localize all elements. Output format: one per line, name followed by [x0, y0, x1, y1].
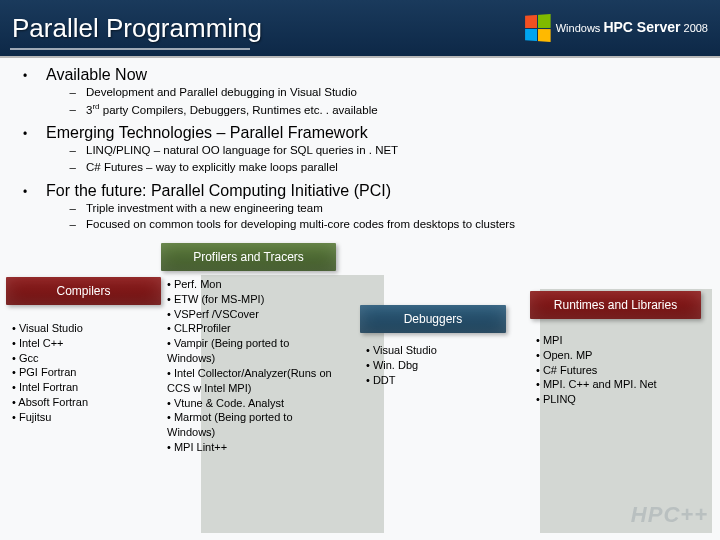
list-item: • Absoft Fortran	[12, 395, 157, 410]
sub-text: Development and Parallel debugging in Vi…	[86, 84, 357, 101]
column-debuggers: Debuggers • Visual Studio• Win. Dbg• DDT	[336, 305, 506, 461]
logo-line2: HPC Server	[603, 19, 680, 35]
column-runtimes: Runtimes and Libraries • MPI• Open. MP• …	[506, 291, 701, 461]
bullet-icon: •	[18, 127, 32, 141]
profilers-header: Profilers and Tracers	[161, 243, 336, 271]
sub-text: 3rd party Compilers, Debuggers, Runtimes…	[86, 101, 378, 119]
section: •For the future: Parallel Computing Init…	[18, 182, 702, 233]
logo-year: 2008	[684, 22, 708, 34]
dash-icon: –	[66, 101, 76, 119]
column-compilers: Compilers • Visual Studio• Intel C++• Gc…	[6, 277, 161, 461]
section: •Available Now–Development and Parallel …	[18, 66, 702, 118]
list-item: • Vampir (Being ported to Windows)	[167, 336, 332, 366]
list-item: • Visual Studio	[366, 343, 502, 358]
profilers-list: • Perf. Mon• ETW (for MS-MPI)• VSPerf /V…	[161, 271, 336, 461]
list-item: • ETW (for MS-MPI)	[167, 292, 332, 307]
section-title: Emerging Technologies – Parallel Framewo…	[46, 124, 368, 142]
logo-text: Windows HPC Server 2008	[556, 20, 708, 35]
runtimes-list: • MPI• Open. MP• C# Futures• MPI. C++ an…	[530, 327, 701, 413]
list-item: • Perf. Mon	[167, 277, 332, 292]
dash-icon: –	[66, 200, 76, 217]
slide-header: Parallel Programming Windows HPC Server …	[0, 0, 720, 58]
section-sub: –3rd party Compilers, Debuggers, Runtime…	[66, 101, 702, 119]
title-underline	[10, 48, 250, 50]
bullet-icon: •	[18, 69, 32, 83]
list-item: • MPI Lint++	[167, 440, 332, 455]
runtimes-header: Runtimes and Libraries	[530, 291, 701, 319]
dash-icon: –	[66, 84, 76, 101]
list-item: • Vtune & Code. Analyst	[167, 396, 332, 411]
column-profilers: Profilers and Tracers • Perf. Mon• ETW (…	[161, 243, 336, 461]
list-item: • PLINQ	[536, 392, 697, 407]
list-item: • Intel C++	[12, 336, 157, 351]
list-item: • MPI	[536, 333, 697, 348]
list-item: • PGI Fortran	[12, 365, 157, 380]
slide-title: Parallel Programming	[12, 13, 262, 44]
sub-text: Triple investment with a new engineering…	[86, 200, 323, 217]
list-item: • MPI. C++ and MPI. Net	[536, 377, 697, 392]
section-sub: –C# Futures – way to explicitly make loo…	[66, 159, 702, 176]
logo-line1: Windows	[556, 22, 601, 34]
debuggers-list: • Visual Studio• Win. Dbg• DDT	[360, 337, 506, 394]
list-item: • Intel Collector/Analyzer(Runs on CCS w…	[167, 366, 332, 396]
product-logo: Windows HPC Server 2008	[524, 15, 708, 41]
section: •Emerging Technologies – Parallel Framew…	[18, 124, 702, 175]
section-title: For the future: Parallel Computing Initi…	[46, 182, 391, 200]
list-item: • C# Futures	[536, 363, 697, 378]
list-item: • Fujitsu	[12, 410, 157, 425]
slide-body: •Available Now–Development and Parallel …	[0, 58, 720, 243]
compilers-list: • Visual Studio• Intel C++• Gcc• PGI For…	[6, 315, 161, 431]
list-item: • VSPerf /VSCover	[167, 307, 332, 322]
section-sub: –Focused on common tools for developing …	[66, 216, 702, 233]
section-sub: –Development and Parallel debugging in V…	[66, 84, 702, 101]
list-item: • Intel Fortran	[12, 380, 157, 395]
list-item: • Win. Dbg	[366, 358, 502, 373]
section-sub: –Triple investment with a new engineerin…	[66, 200, 702, 217]
sub-text: LINQ/PLINQ – natural OO language for SQL…	[86, 142, 398, 159]
bullet-icon: •	[18, 185, 32, 199]
watermark: HPC++	[631, 502, 708, 528]
list-item: • Gcc	[12, 351, 157, 366]
windows-flag-icon	[525, 14, 551, 42]
tool-columns: Compilers • Visual Studio• Intel C++• Gc…	[0, 243, 720, 461]
list-item: • Visual Studio	[12, 321, 157, 336]
debuggers-header: Debuggers	[360, 305, 506, 333]
sub-text: Focused on common tools for developing m…	[86, 216, 515, 233]
list-item: • CLRProfiler	[167, 321, 332, 336]
compilers-header: Compilers	[6, 277, 161, 305]
dash-icon: –	[66, 142, 76, 159]
list-item: • Open. MP	[536, 348, 697, 363]
dash-icon: –	[66, 216, 76, 233]
sub-text: C# Futures – way to explicitly make loop…	[86, 159, 338, 176]
list-item: • DDT	[366, 373, 502, 388]
list-item: • Marmot (Being ported to Windows)	[167, 410, 332, 440]
section-title: Available Now	[46, 66, 147, 84]
section-sub: –LINQ/PLINQ – natural OO language for SQ…	[66, 142, 702, 159]
dash-icon: –	[66, 159, 76, 176]
